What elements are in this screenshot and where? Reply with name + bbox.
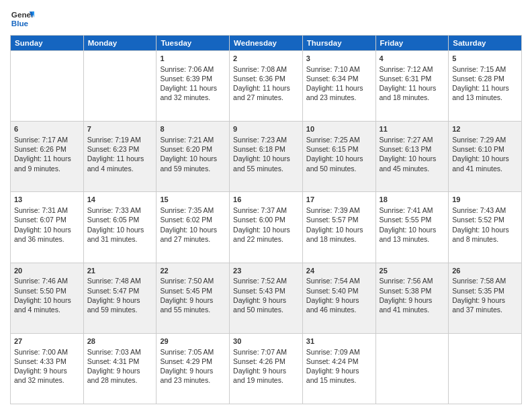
day-info-line: Daylight: 9 hours [306,366,372,375]
logo: General Blue [10,7,34,31]
weekday-header-tuesday: Tuesday [157,36,230,51]
day-info-line: Sunset: 6:02 PM [160,215,226,224]
calendar-cell: 7Sunrise: 7:19 AMSunset: 6:23 PMDaylight… [83,122,157,192]
day-info-line: and 36 minutes. [14,234,80,244]
calendar-cell: 8Sunrise: 7:21 AMSunset: 6:20 PMDaylight… [157,122,230,192]
day-info-line: and 27 minutes. [160,234,226,244]
day-info-line: Sunset: 6:23 PM [87,144,153,154]
day-info-line: Daylight: 9 hours [452,295,518,305]
day-info-line: Daylight: 11 hours [160,83,226,93]
day-info-line: Daylight: 11 hours [233,83,299,93]
day-info-line: Sunrise: 7:56 AM [380,276,445,285]
day-info-line: Sunset: 6:20 PM [160,144,226,154]
day-info-line: Sunrise: 7:23 AM [233,135,299,144]
day-info-line: and 18 minutes. [380,93,445,102]
day-number: 11 [380,124,445,134]
day-number: 24 [306,266,372,276]
day-info-line: and 50 minutes. [306,164,372,173]
calendar-cell: 13Sunrise: 7:31 AMSunset: 6:07 PMDayligh… [11,192,84,263]
calendar-cell: 10Sunrise: 7:25 AMSunset: 6:15 PMDayligh… [302,122,375,192]
day-info-line: Sunrise: 7:41 AM [380,205,445,215]
day-info-line: Daylight: 10 hours [452,154,518,163]
day-info-line: and 46 minutes. [306,305,372,314]
day-info-line: and 13 minutes. [452,93,518,102]
calendar-week-row: 13Sunrise: 7:31 AMSunset: 6:07 PMDayligh… [11,192,522,263]
day-info-line: Daylight: 9 hours [87,366,153,375]
day-info-line: and 50 minutes. [233,305,299,314]
day-info-line: Sunrise: 7:05 AM [160,347,226,357]
day-info-line: Sunrise: 7:54 AM [306,276,372,285]
day-info-line: Sunrise: 7:17 AM [14,135,80,144]
calendar-cell: 16Sunrise: 7:37 AMSunset: 6:00 PMDayligh… [230,192,303,263]
day-number: 6 [14,124,80,134]
day-info-line: Daylight: 10 hours [380,225,445,234]
day-info-line: and 4 minutes. [87,164,153,173]
day-info-line: and 28 minutes. [87,375,153,385]
calendar-cell: 20Sunrise: 7:46 AMSunset: 5:50 PMDayligh… [11,263,84,333]
day-info-line: and 41 minutes. [452,164,518,173]
day-info-line: Sunrise: 7:06 AM [160,64,226,74]
day-number: 13 [14,195,80,205]
calendar-cell: 23Sunrise: 7:52 AMSunset: 5:43 PMDayligh… [230,263,303,333]
calendar-cell: 11Sunrise: 7:27 AMSunset: 6:13 PMDayligh… [375,122,449,192]
day-number: 5 [452,54,518,64]
day-info-line: and 8 minutes. [452,234,518,244]
calendar-cell: 12Sunrise: 7:29 AMSunset: 6:10 PMDayligh… [449,122,522,192]
weekday-header-sunday: Sunday [11,36,84,51]
day-info-line: Sunset: 4:31 PM [87,357,153,366]
day-info-line: Sunrise: 7:10 AM [306,64,372,74]
calendar-cell: 19Sunrise: 7:43 AMSunset: 5:52 PMDayligh… [449,192,522,263]
day-info-line: Sunset: 5:55 PM [380,215,445,224]
day-number: 31 [306,336,372,347]
day-info-line: Sunrise: 7:03 AM [87,347,153,357]
day-number: 15 [160,195,226,205]
day-info-line: Sunset: 6:34 PM [306,74,372,83]
header: General Blue [10,7,522,31]
day-info-line: Sunset: 5:38 PM [380,286,445,295]
day-number: 16 [233,195,299,205]
day-info-line: Sunrise: 7:12 AM [380,64,445,74]
day-info-line: Sunrise: 7:48 AM [87,276,153,285]
day-info-line: Sunset: 5:50 PM [14,286,80,295]
day-info-line: Sunset: 6:10 PM [452,144,518,154]
day-info-line: Sunset: 6:07 PM [14,215,80,224]
calendar-cell: 4Sunrise: 7:12 AMSunset: 6:31 PMDaylight… [375,51,449,122]
day-info-line: Sunset: 4:29 PM [160,357,226,366]
day-info-line: and 27 minutes. [233,93,299,102]
day-info-line: Sunset: 5:40 PM [306,286,372,295]
calendar-cell: 24Sunrise: 7:54 AMSunset: 5:40 PMDayligh… [302,263,375,333]
calendar-cell: 6Sunrise: 7:17 AMSunset: 6:26 PMDaylight… [11,122,84,192]
day-info-line: and 23 minutes. [160,375,226,385]
day-info-line: Sunset: 4:24 PM [306,357,372,366]
day-number: 21 [87,266,153,276]
day-info-line: Sunrise: 7:09 AM [306,347,372,357]
day-number: 8 [160,124,226,134]
calendar-cell: 5Sunrise: 7:15 AMSunset: 6:28 PMDaylight… [449,51,522,122]
day-info-line: Sunset: 5:43 PM [233,286,299,295]
calendar-table: SundayMondayTuesdayWednesdayThursdayFrid… [10,35,522,404]
calendar-week-row: 27Sunrise: 7:00 AMSunset: 4:33 PMDayligh… [11,333,522,404]
day-info-line: Sunrise: 7:21 AM [160,135,226,144]
weekday-header-row: SundayMondayTuesdayWednesdayThursdayFrid… [11,36,522,51]
calendar-cell: 27Sunrise: 7:00 AMSunset: 4:33 PMDayligh… [11,333,84,404]
day-number: 22 [160,266,226,276]
calendar-cell [375,333,449,404]
day-info-line: Daylight: 10 hours [160,154,226,163]
weekday-header-saturday: Saturday [449,36,522,51]
day-info-line: Daylight: 9 hours [306,295,372,305]
day-info-line: Sunrise: 7:31 AM [14,205,80,215]
day-info-line: Daylight: 9 hours [14,366,80,375]
calendar-cell [83,51,157,122]
day-number: 26 [452,266,518,276]
day-info-line: Sunset: 6:28 PM [452,74,518,83]
weekday-header-thursday: Thursday [302,36,375,51]
day-info-line: Daylight: 9 hours [380,295,445,305]
day-info-line: Sunset: 5:35 PM [452,286,518,295]
calendar-cell: 29Sunrise: 7:05 AMSunset: 4:29 PMDayligh… [157,333,230,404]
day-info-line: Sunrise: 7:37 AM [233,205,299,215]
day-info-line: Sunrise: 7:25 AM [306,135,372,144]
day-info-line: Sunrise: 7:46 AM [14,276,80,285]
day-info-line: and 37 minutes. [452,305,518,314]
calendar-cell: 25Sunrise: 7:56 AMSunset: 5:38 PMDayligh… [375,263,449,333]
day-number: 28 [87,336,153,347]
